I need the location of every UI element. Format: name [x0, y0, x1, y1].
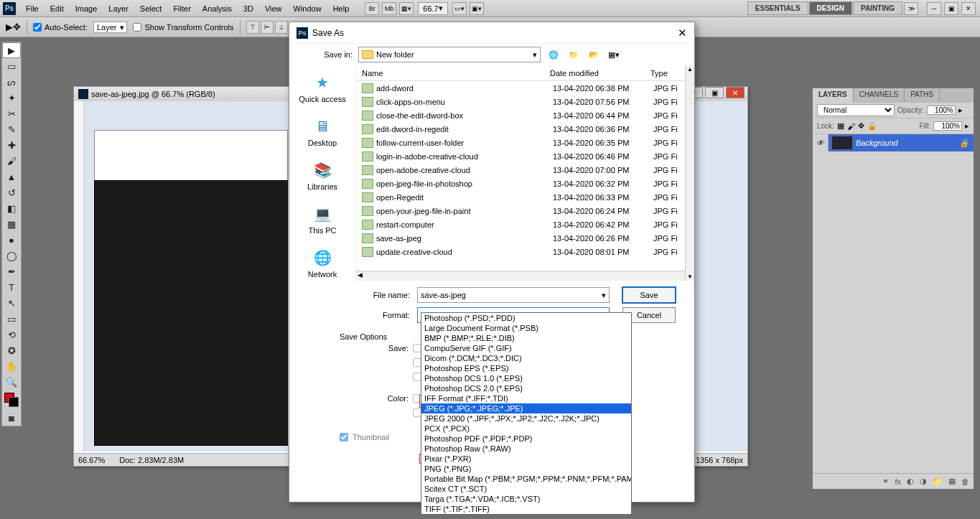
align-top-icon[interactable]: ⊤	[246, 21, 259, 34]
fill-value[interactable]: 100%	[933, 121, 962, 131]
format-option[interactable]: BMP (*.BMP;*.RLE;*.DIB)	[421, 333, 631, 343]
3d-tool[interactable]: ⟲	[2, 327, 21, 342]
save-in-dropdown[interactable]: New folder	[358, 47, 541, 62]
eraser-tool[interactable]: ◧	[2, 200, 21, 216]
format-option[interactable]: Portable Bit Map (*.PBM;*.PGM;*.PPM;*.PN…	[421, 474, 631, 484]
place-libraries[interactable]: 📚Libraries	[307, 160, 337, 191]
opacity-flyout-icon[interactable]: ▸	[958, 106, 963, 115]
menu-edit[interactable]: Edit	[45, 0, 70, 17]
3d-camera-tool[interactable]: ✪	[2, 342, 21, 358]
format-dropdown-list[interactable]: Photoshop (*.PSD;*.PDD)Large Document Fo…	[421, 312, 632, 515]
stamp-tool[interactable]: ▲	[2, 169, 21, 184]
format-option[interactable]: Pixar (*.PXR)	[421, 454, 631, 464]
format-option[interactable]: JPEG (*.JPG;*.JPEG;*.JPE)	[421, 403, 631, 413]
eyedropper-tool[interactable]: ✎	[2, 121, 21, 137]
quickmask-tool[interactable]: ◙	[2, 410, 21, 426]
lock-pos-icon[interactable]: ✥	[858, 121, 864, 131]
file-row[interactable]: follow-current-user-folder13-04-2020 06:…	[356, 136, 694, 149]
newfolder-icon[interactable]: 📂	[587, 47, 601, 62]
workspace-painting[interactable]: PAINTING	[853, 1, 902, 15]
lock-pixel-icon[interactable]: 🖌	[847, 122, 855, 131]
gradient-tool[interactable]: ▦	[2, 216, 21, 232]
format-option[interactable]: Photoshop Raw (*.RAW)	[421, 444, 631, 454]
format-option[interactable]: TIFF (*.TIF;*.TIFF)	[421, 504, 631, 514]
marquee-tool[interactable]: ▭	[2, 58, 21, 74]
place-quick-access[interactable]: ★Quick access	[299, 73, 345, 103]
file-row[interactable]: open-your-jpeg-file-in-paint13-04-2020 0…	[356, 204, 694, 218]
brush-tool[interactable]: 🖌	[2, 153, 21, 169]
workspace-design[interactable]: DESIGN	[809, 1, 852, 15]
file-row[interactable]: open-jpeg-file-in-photoshop13-04-2020 06…	[356, 177, 694, 190]
place-network[interactable]: 🌐Network	[308, 248, 337, 279]
move-tool[interactable]: ▶	[2, 42, 21, 58]
auto-select-checkbox[interactable]: Auto-Select:	[33, 23, 88, 32]
file-name-input[interactable]: save-as-jpeg	[417, 287, 610, 303]
minibridge-icon[interactable]: Mb	[382, 2, 396, 15]
align-vmid-icon[interactable]: ⊢	[261, 21, 274, 34]
file-row[interactable]: edit-dword-in-regedit13-04-2020 06:36 PM…	[356, 122, 694, 136]
file-hscrollbar[interactable]	[356, 271, 694, 281]
screenmode-icon[interactable]: ▣▾	[470, 2, 484, 15]
up-icon[interactable]: 📁	[566, 47, 581, 62]
format-option[interactable]: JPEG 2000 (*.JPF;*.JPX;*.JP2;*.J2C;*.J2K…	[421, 413, 631, 424]
file-row[interactable]: login-in-adobe-creative-cloud13-04-2020 …	[356, 149, 694, 163]
hand-tool[interactable]: ✋	[2, 358, 21, 374]
history-brush-tool[interactable]: ↺	[2, 184, 21, 200]
format-option[interactable]: Photoshop DCS 1.0 (*.EPS)	[421, 373, 631, 383]
zoom-tool[interactable]: 🔍	[2, 374, 21, 390]
bridge-icon[interactable]: Br	[365, 2, 379, 15]
fill-flyout-icon[interactable]: ▸	[965, 121, 969, 131]
view-extras-icon[interactable]: ▦▾	[399, 2, 414, 15]
col-name[interactable]: Name	[356, 69, 550, 78]
file-row[interactable]: close-the-edit-dword-box13-04-2020 06:44…	[356, 108, 694, 122]
menu-layer[interactable]: Layer	[103, 0, 134, 17]
delete-layer-icon[interactable]: 🗑	[961, 477, 969, 486]
format-option[interactable]: PNG (*.PNG)	[421, 464, 631, 474]
color-swatches[interactable]	[4, 393, 19, 407]
window-minimize-icon[interactable]: ─	[927, 2, 941, 15]
doc-close-icon[interactable]: ✕	[726, 87, 745, 98]
adjustment-icon[interactable]: ◑	[920, 477, 927, 486]
layer-background[interactable]: 👁 Background 🔒	[813, 134, 974, 151]
fx-icon[interactable]: fx	[895, 477, 901, 486]
col-date[interactable]: Date modified	[550, 69, 650, 78]
menu-image[interactable]: Image	[70, 0, 103, 17]
file-row[interactable]: save-as-jpeg13-04-2020 06:26 PMJPG Fi	[356, 231, 694, 245]
zoom-level-select[interactable]: 66.7 ▾	[418, 2, 447, 15]
thumbnail-checkbox[interactable]	[340, 433, 348, 441]
window-restore-icon[interactable]: ▣	[944, 2, 958, 15]
file-row[interactable]: click-apps-on-menu13-04-2020 07:56 PMJPG…	[356, 95, 694, 108]
lock-all-icon[interactable]: 🔒	[867, 121, 877, 131]
place-desktop[interactable]: 🖥Desktop	[308, 116, 337, 147]
file-row[interactable]: add-dword13-04-2020 06:38 PMJPG Fi	[356, 81, 694, 95]
workspace-essentials[interactable]: ESSENTIALS	[747, 1, 808, 15]
menu-analysis[interactable]: Analysis	[197, 0, 238, 17]
format-option[interactable]: Dicom (*.DCM;*.DC3;*.DIC)	[421, 353, 631, 363]
doc-maximize-icon[interactable]: ▣	[705, 87, 724, 98]
menu-file[interactable]: File	[20, 0, 45, 17]
tab-paths[interactable]: PATHS	[905, 88, 940, 103]
tab-layers[interactable]: LAYERS	[813, 88, 854, 103]
menu-view[interactable]: View	[259, 0, 288, 17]
blur-tool[interactable]: ●	[2, 232, 21, 248]
show-transform-checkbox[interactable]: Show Transform Controls	[133, 23, 233, 32]
format-option[interactable]: Photoshop PDF (*.PDF;*.PDP)	[421, 434, 631, 444]
file-row[interactable]: update-creative-cloud13-04-2020 08:01 PM…	[356, 245, 694, 258]
dialog-titlebar[interactable]: Ps Save As ✕	[289, 22, 694, 44]
status-zoom[interactable]: 66.67%	[78, 456, 105, 464]
file-list-header[interactable]: Name Date modified Type	[356, 65, 694, 81]
background-color[interactable]	[9, 397, 19, 407]
lock-trans-icon[interactable]: ▦	[837, 121, 844, 131]
type-tool[interactable]: T	[2, 279, 21, 295]
format-option[interactable]: PCX (*.PCX)	[421, 424, 631, 434]
auto-select-type-dropdown[interactable]: Layer	[93, 22, 128, 33]
menu-3d[interactable]: 3D	[238, 0, 259, 17]
align-bottom-icon[interactable]: ⊥	[275, 21, 288, 34]
mask-icon[interactable]: ◐	[907, 477, 914, 486]
save-button[interactable]: Save	[622, 287, 676, 303]
file-row[interactable]: restart-computer13-04-2020 06:42 PMJPG F…	[356, 218, 694, 231]
dodge-tool[interactable]: ◯	[2, 248, 21, 263]
menu-help[interactable]: Help	[327, 0, 355, 17]
back-icon[interactable]: 🌐	[546, 47, 561, 62]
new-layer-icon[interactable]: ▦	[948, 477, 956, 486]
